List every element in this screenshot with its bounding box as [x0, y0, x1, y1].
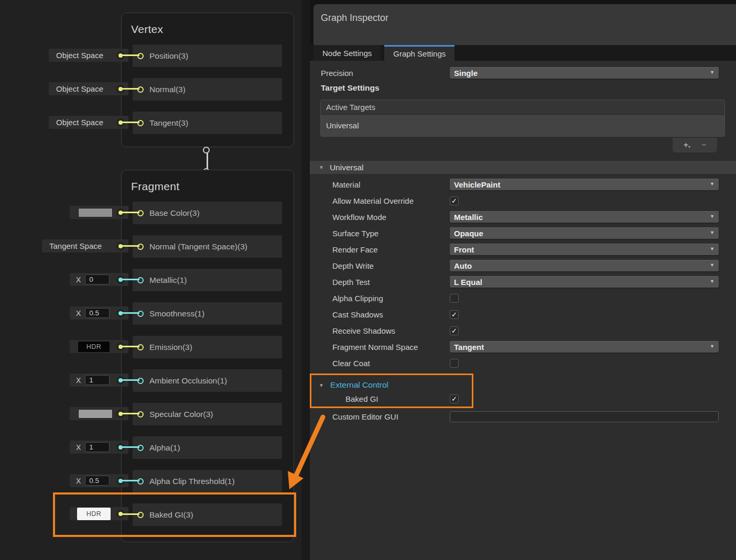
depth-write-dropdown[interactable]: Auto ▼ [450, 260, 719, 271]
vector1-port-icon[interactable] [137, 378, 144, 384]
fragment-normal-space-dropdown[interactable]: Tangent ▼ [450, 341, 719, 353]
cast-shadows-checkbox[interactable]: ✓ [450, 310, 459, 319]
vertex-row-normal[interactable]: Normal(3) [133, 78, 282, 101]
custom-editor-gui-field[interactable] [450, 411, 719, 422]
active-target-item-universal[interactable]: Universal [321, 115, 724, 136]
render-face-dropdown[interactable]: Front ▼ [450, 244, 719, 255]
clear-coat-row: Clear Coat [310, 357, 736, 369]
add-target-button[interactable]: + ▾ [684, 140, 690, 150]
x-prefix-label: X [76, 276, 81, 284]
fragment-row-smoothness[interactable]: Smoothness(1) [133, 302, 282, 325]
shader-graph-canvas[interactable]: Vertex Position(3) Normal(3) Tangent(3) … [0, 0, 301, 560]
pill-label: Object Space [49, 51, 103, 60]
alpha-clip-threshold-value-pill[interactable]: X 0.5 [70, 474, 128, 487]
vertex-row-tangent[interactable]: Tangent(3) [133, 112, 282, 134]
receive-shadows-checkbox[interactable]: ✓ [450, 326, 459, 335]
fragment-row-normal-ts[interactable]: Normal (Tangent Space)(3) [133, 235, 282, 258]
fragment-row-base-color[interactable]: Base Color(3) [133, 202, 282, 224]
color-swatch[interactable] [78, 409, 113, 419]
connection-line [122, 245, 139, 247]
fragment-row-metallic[interactable]: Metallic(1) [133, 269, 282, 291]
panel-divider[interactable] [301, 0, 310, 560]
vector1-port-icon[interactable] [137, 478, 144, 485]
fragment-block[interactable]: Fragment Base Color(3) Normal (Tangent S… [121, 170, 294, 542]
vector3-port-icon[interactable] [137, 120, 144, 126]
base-color-swatch-pill[interactable] [70, 206, 128, 219]
hdr-color-swatch[interactable]: HDR [78, 342, 110, 352]
inspector-header[interactable]: Graph Inspector [313, 4, 736, 45]
vector3-port-icon[interactable] [137, 86, 144, 93]
alpha-clip-threshold-value-field[interactable]: 0.5 [85, 476, 110, 486]
fragment-block-title: Fragment [122, 170, 294, 202]
active-targets-header: Active Targets [321, 100, 724, 115]
metallic-value-field[interactable]: 0 [85, 274, 110, 284]
ambient-occlusion-value-field[interactable]: 1 [85, 375, 110, 385]
connection-line [122, 346, 139, 347]
material-dropdown[interactable]: VehiclePaint ▼ [450, 179, 719, 190]
connection-line [122, 413, 139, 414]
connection-line [122, 312, 139, 314]
vector1-port-icon[interactable] [137, 445, 144, 451]
depth-write-row: Depth Write Auto ▼ [310, 260, 736, 271]
remove-target-button[interactable]: − [701, 140, 706, 150]
vector3-port-icon[interactable] [137, 344, 144, 350]
color-swatch[interactable] [78, 208, 113, 217]
vector3-port-icon[interactable] [137, 244, 144, 250]
row-label: Position(3) [149, 51, 188, 61]
precision-dropdown[interactable]: Single ▼ [450, 67, 719, 79]
workflow-mode-dropdown[interactable]: Metallic ▼ [450, 211, 719, 223]
vertex-row-position[interactable]: Position(3) [133, 45, 282, 67]
tab-node-settings[interactable]: Node Settings [313, 45, 381, 61]
fragment-row-alpha[interactable]: Alpha(1) [133, 436, 282, 459]
allow-material-override-checkbox[interactable]: ✓ [450, 196, 459, 205]
vertex-block-title: Vertex [122, 13, 294, 45]
baked-gi-row: Baked GI ✓ [311, 394, 472, 403]
alpha-value-field[interactable]: 1 [85, 442, 110, 452]
normal-space-pill[interactable]: Object Space [49, 82, 128, 95]
tangent-space-pill[interactable]: Object Space [49, 116, 128, 129]
clear-coat-checkbox[interactable] [450, 359, 459, 368]
universal-label: Universal [330, 163, 364, 172]
active-targets-list: Active Targets Universal [320, 100, 725, 137]
tab-label: Graph Settings [393, 49, 446, 58]
smoothness-value-field[interactable]: 0.5 [85, 308, 110, 318]
fragment-row-alpha-clip-threshold[interactable]: Alpha Clip Threshold(1) [133, 470, 282, 492]
baked-gi-checkbox[interactable]: ✓ [450, 394, 459, 403]
vector3-port-icon[interactable] [137, 411, 144, 418]
vector3-port-icon[interactable] [137, 210, 144, 216]
ambient-occlusion-value-pill[interactable]: X 1 [70, 374, 128, 387]
universal-foldout[interactable]: ▼ Universal [310, 161, 736, 174]
chevron-down-icon: ▼ [710, 279, 715, 284]
graph-settings-content: Precision Single ▼ Target Settings Activ… [310, 61, 736, 560]
depth-test-dropdown[interactable]: L Equal ▼ [450, 276, 719, 288]
external-control-foldout[interactable]: ▼ External Control [311, 379, 472, 391]
connection-line [122, 480, 139, 481]
precision-row: Precision Single ▼ [310, 67, 736, 79]
row-label: Normal (Tangent Space)(3) [149, 242, 247, 251]
metallic-value-pill[interactable]: X 0 [70, 273, 128, 286]
surface-type-dropdown[interactable]: Opaque ▼ [450, 227, 719, 239]
vector1-port-icon[interactable] [137, 277, 144, 283]
normal-space-pill[interactable]: Tangent Space [42, 239, 128, 252]
vertex-block[interactable]: Vertex Position(3) Normal(3) Tangent(3) [121, 13, 294, 147]
vector1-port-icon[interactable] [137, 311, 144, 317]
graph-inspector-panel: Graph Inspector Node Settings Graph Sett… [310, 0, 736, 560]
tab-graph-settings[interactable]: Graph Settings [384, 45, 454, 61]
fragment-row-emission[interactable]: Emission(3) [133, 336, 282, 358]
position-space-pill[interactable]: Object Space [49, 49, 128, 62]
row-label: Base Color(3) [149, 208, 200, 218]
custom-editor-gui-row: Custom Editor GUI [310, 411, 736, 422]
surface-type-row: Surface Type Opaque ▼ [310, 227, 736, 239]
highlight-box-baked-gi-node [53, 492, 296, 537]
fragment-row-specular-color[interactable]: Specular Color(3) [133, 403, 282, 425]
highlight-box-external-control: ▼ External Control Baked GI ✓ [310, 374, 473, 408]
specular-color-swatch-pill[interactable] [70, 407, 128, 420]
smoothness-value-pill[interactable]: X 0.5 [70, 306, 128, 320]
row-label: Alpha Clip Threshold(1) [149, 477, 235, 486]
alpha-value-pill[interactable]: X 1 [70, 441, 128, 454]
alpha-clipping-checkbox[interactable] [450, 294, 459, 303]
fragment-row-ambient-occlusion[interactable]: Ambient Occlusion(1) [133, 369, 282, 392]
emission-hdr-pill[interactable]: HDR [70, 340, 128, 353]
vector3-port-icon[interactable] [137, 53, 144, 59]
check-icon: ✓ [451, 327, 457, 335]
